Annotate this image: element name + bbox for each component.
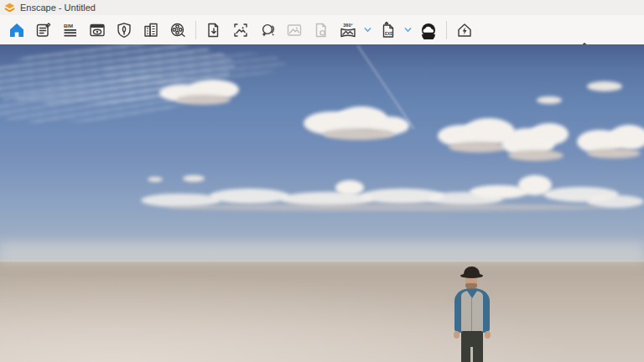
chevron-down-icon — [403, 25, 413, 34]
feedback-button[interactable] — [31, 18, 56, 42]
panorama-render-button[interactable] — [255, 18, 280, 42]
bim-information-button[interactable]: BIM — [58, 18, 83, 42]
document-circle-icon — [312, 21, 330, 39]
panorama-orbit-sparkle-icon — [258, 21, 277, 39]
visual-settings-button[interactable] — [85, 18, 110, 42]
home-icon — [8, 21, 26, 39]
person-hat-brim — [460, 273, 483, 278]
export-exe-icon: EXE — [379, 21, 397, 39]
render-image-button[interactable] — [228, 18, 253, 42]
enscape-logo-icon — [4, 3, 15, 13]
document-disabled-button — [309, 18, 334, 42]
person-vest-buttons — [471, 298, 472, 332]
person-figure — [450, 266, 494, 362]
person-beard — [465, 283, 477, 289]
asset-library-shield-tree-icon — [115, 21, 133, 39]
svg-text:EXE: EXE — [385, 31, 392, 35]
visual-settings-window-eye-icon — [88, 21, 106, 39]
window-title: Enscape - Untitled — [20, 3, 96, 13]
house-energy-button[interactable] — [452, 18, 477, 42]
buildings-icon — [142, 21, 160, 39]
buildings-button[interactable] — [138, 18, 164, 42]
chevron-down-icon — [363, 25, 372, 34]
svg-text:360°: 360° — [343, 22, 353, 27]
image-disabled-button — [282, 18, 307, 42]
asset-library-button[interactable] — [112, 18, 137, 42]
render-image-brackets-icon — [231, 21, 250, 39]
enscape-cloud-button[interactable] — [416, 18, 441, 42]
enscape-cloud-icon — [419, 21, 438, 39]
render-viewport-3d[interactable] — [0, 44, 644, 362]
video-editor-button[interactable] — [165, 18, 190, 42]
toolbar-separator — [195, 21, 196, 39]
screenshot-document-arrow-icon — [205, 21, 223, 39]
ground — [0, 261, 644, 362]
export-exe-button[interactable]: EXE — [376, 18, 401, 42]
bim-information-icon: BIM — [61, 21, 80, 39]
house-energy-icon — [455, 21, 474, 39]
panorama-360-button[interactable]: 360° — [335, 18, 361, 42]
svg-text:BIM: BIM — [64, 23, 73, 28]
title-bar: Enscape - Untitled — [0, 0, 644, 15]
panorama-360-dropdown[interactable] — [361, 18, 373, 42]
panorama-360-icon: 360° — [338, 20, 358, 40]
image-icon — [285, 21, 304, 39]
feedback-document-icon — [34, 21, 53, 39]
export-exe-dropdown[interactable] — [402, 18, 413, 42]
toolbar: BIM — [0, 15, 644, 44]
person-hand — [485, 331, 491, 339]
person-hand — [454, 331, 460, 339]
video-film-reel-icon — [169, 21, 187, 39]
home-button[interactable] — [4, 18, 29, 42]
person-leg-gap — [470, 347, 473, 362]
toolbar-separator — [446, 21, 447, 39]
screenshot-button[interactable] — [201, 18, 226, 42]
